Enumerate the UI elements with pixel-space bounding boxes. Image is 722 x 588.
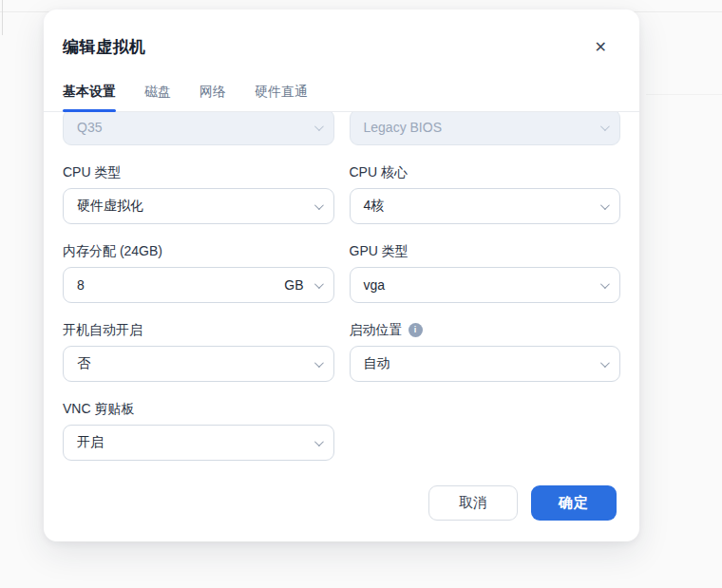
- chevron-down-icon: [600, 279, 610, 289]
- chevron-down-icon: [314, 200, 323, 210]
- chevron-down-icon: [314, 279, 323, 289]
- boot-location-label-text: 启动位置: [350, 320, 403, 339]
- chevron-down-icon: [314, 358, 323, 368]
- edit-vm-dialog: 编辑虚拟机 ✕ 基本设置 磁盘 网络 硬件直通 Q35 Legacy BIOS …: [44, 9, 639, 541]
- row-machine-bios: Q35 Legacy BIOS: [63, 112, 620, 145]
- tab-network[interactable]: 网络: [200, 84, 226, 111]
- background-edge-left: [2, 0, 3, 35]
- cancel-button[interactable]: 取消: [428, 485, 518, 521]
- machine-type-select: Q35: [63, 112, 334, 145]
- info-icon[interactable]: i: [408, 323, 423, 337]
- row-memory-gpu-fields: 8 GB vga: [63, 267, 620, 303]
- row-memory-gpu-labels: 内存分配 (24GB) GPU 类型: [63, 224, 620, 267]
- auto-start-value: 否: [77, 355, 90, 372]
- chevron-down-icon: [600, 200, 610, 210]
- chevron-down-icon: [314, 437, 323, 446]
- boot-location-select[interactable]: 自动: [350, 346, 621, 382]
- bios-value: Legacy BIOS: [364, 120, 443, 135]
- boot-location-label: 启动位置 i: [350, 320, 621, 339]
- tab-hardware-passthrough[interactable]: 硬件直通: [255, 84, 308, 111]
- tab-bar: 基本设置 磁盘 网络 硬件直通: [44, 84, 639, 112]
- auto-start-label: 开机自动开启: [63, 320, 334, 339]
- vnc-clipboard-value: 开启: [77, 434, 104, 451]
- close-icon[interactable]: ✕: [591, 38, 611, 57]
- bios-select: Legacy BIOS: [350, 112, 621, 145]
- memory-input[interactable]: 8 GB: [63, 267, 334, 303]
- row-autostart-boot-fields: 否 自动: [63, 346, 620, 382]
- tab-disk[interactable]: 磁盘: [144, 84, 171, 111]
- chevron-down-icon: [600, 358, 610, 368]
- row-vnc-label: VNC 剪贴板: [63, 382, 620, 425]
- memory-unit-group[interactable]: GB: [284, 277, 320, 293]
- row-cpu-fields: 硬件虚拟化 4核: [63, 188, 620, 224]
- dialog-footer: 取消 确定: [428, 485, 617, 521]
- gpu-type-select[interactable]: vga: [350, 267, 621, 303]
- machine-type-value: Q35: [77, 120, 102, 135]
- chevron-down-icon: [314, 122, 323, 131]
- boot-location-value: 自动: [364, 355, 390, 372]
- confirm-button[interactable]: 确定: [531, 485, 617, 521]
- cpu-type-label: CPU 类型: [63, 162, 334, 181]
- cpu-cores-label: CPU 核心: [350, 162, 621, 181]
- auto-start-select[interactable]: 否: [63, 346, 334, 382]
- row-cpu-labels: CPU 类型 CPU 核心: [63, 145, 620, 188]
- memory-unit-label: GB: [284, 277, 303, 293]
- tab-basic-settings[interactable]: 基本设置: [63, 84, 116, 111]
- cpu-type-value: 硬件虚拟化: [77, 198, 143, 215]
- vnc-clipboard-select[interactable]: 开启: [63, 425, 334, 461]
- dialog-title: 编辑虚拟机: [63, 36, 146, 58]
- background-divider-right: [646, 94, 722, 95]
- row-vnc-field: 开启: [63, 425, 620, 461]
- cpu-type-select[interactable]: 硬件虚拟化: [63, 188, 334, 224]
- gpu-type-label: GPU 类型: [350, 241, 621, 260]
- dialog-header: 编辑虚拟机 ✕: [44, 9, 639, 58]
- dialog-body: Q35 Legacy BIOS CPU 类型 CPU 核心 硬件虚拟化 4核 内…: [44, 112, 639, 461]
- memory-value: 8: [77, 277, 85, 293]
- cpu-cores-value: 4核: [364, 198, 385, 215]
- chevron-down-icon: [600, 122, 610, 131]
- gpu-type-value: vga: [364, 277, 386, 293]
- cpu-cores-select[interactable]: 4核: [350, 188, 621, 224]
- row-autostart-boot-labels: 开机自动开启 启动位置 i: [63, 303, 620, 346]
- memory-label: 内存分配 (24GB): [63, 241, 334, 260]
- vnc-clipboard-label: VNC 剪贴板: [63, 399, 334, 418]
